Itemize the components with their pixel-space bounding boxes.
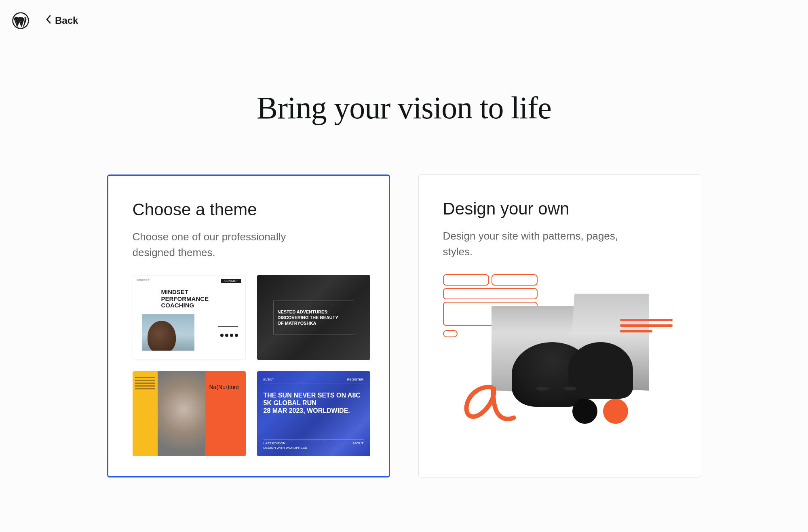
- wireframe-block-icon: [443, 288, 538, 299]
- dot-orange-icon: [603, 399, 628, 424]
- tile-panel-orange: Na(Nur)ture: [205, 371, 246, 456]
- tile-headline: MINDSET PERFORMANCE COACHING: [133, 286, 245, 309]
- theme-preview-grid: MINDSET CONTACT MINDSET PERFORMANCE COAC…: [133, 275, 365, 456]
- wireframe-block-icon: [492, 274, 538, 286]
- tile-label: Na(Nur)ture: [209, 384, 239, 390]
- tile-nav-button: CONTACT: [221, 279, 241, 283]
- design-your-own-card[interactable]: Design your own Design your site with pa…: [418, 175, 701, 477]
- card-title: Design your own: [443, 199, 677, 219]
- script-a-icon: [455, 379, 516, 428]
- design-illustration: [443, 274, 677, 428]
- dot-black-icon: [572, 399, 597, 424]
- color-dots-icon: [572, 399, 628, 424]
- text-lines-icon: [620, 319, 673, 336]
- card-title: Choose a theme: [133, 200, 365, 219]
- wireframe-pill-icon: [443, 330, 458, 337]
- tile-main-text: THE SUN NEVER SETS ON A8C 5K GLOBAL RUN …: [264, 391, 364, 415]
- card-description: Design your site with patterns, pages, s…: [443, 228, 629, 260]
- theme-preview-mindset: MINDSET CONTACT MINDSET PERFORMANCE COAC…: [133, 275, 246, 360]
- tile-decor-line: [218, 326, 238, 327]
- tile-photo-placeholder: [142, 314, 194, 351]
- theme-preview-event: EVENT REGISTER THE SUN NEVER SETS ON A8C…: [257, 371, 370, 456]
- page-title: Bring your vision to life: [257, 90, 551, 126]
- main-content: Bring your vision to life Choose a theme…: [0, 41, 808, 477]
- tile-overlay-box: NESTED ADVENTURES: DISCOVERING THE BEAUT…: [273, 301, 354, 335]
- card-description: Choose one of our professionally designe…: [133, 229, 319, 261]
- back-label: Back: [55, 15, 78, 26]
- back-button[interactable]: Back: [45, 14, 78, 27]
- tile-nav-label: MINDSET: [137, 279, 150, 283]
- tile-overlay-text: NESTED ADVENTURES: DISCOVERING THE BEAUT…: [278, 309, 350, 326]
- tile-top-row: EVENT REGISTER: [264, 378, 364, 383]
- tile-sidebar-yellow: [133, 371, 158, 456]
- theme-preview-adventures: NESTED ADVENTURES: DISCOVERING THE BEAUT…: [257, 275, 370, 360]
- wireframe-block-icon: [443, 274, 489, 286]
- tile-portrait-placeholder: [158, 371, 205, 456]
- tile-bottom-row: LAST EDITION ABOUT DESIGN WITH WORDPRESS: [264, 439, 364, 450]
- choose-theme-card[interactable]: Choose a theme Choose one of our profess…: [107, 175, 390, 477]
- option-cards-row: Choose a theme Choose one of our profess…: [107, 175, 701, 477]
- wordpress-logo-icon[interactable]: [12, 12, 29, 29]
- chevron-left-icon: [45, 14, 52, 27]
- theme-preview-nurture: Na(Nur)ture: [133, 371, 246, 456]
- header-bar: Back: [0, 0, 808, 41]
- tile-decor-dots: [220, 334, 238, 337]
